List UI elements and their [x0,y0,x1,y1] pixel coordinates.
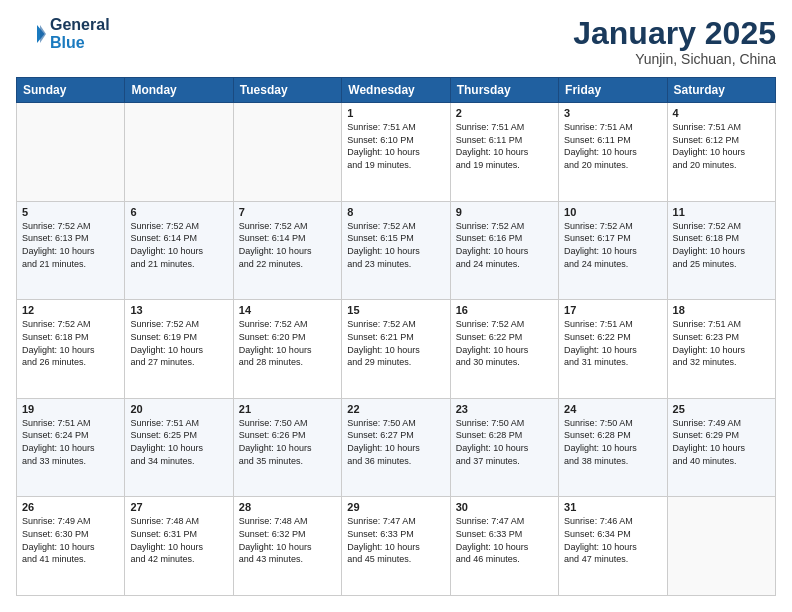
day-info: Sunrise: 7:52 AMSunset: 6:18 PMDaylight:… [673,220,770,270]
day-number: 24 [564,403,661,415]
day-info: Sunrise: 7:47 AMSunset: 6:33 PMDaylight:… [347,515,444,565]
day-info: Sunrise: 7:51 AMSunset: 6:23 PMDaylight:… [673,318,770,368]
day-number: 7 [239,206,336,218]
day-info: Sunrise: 7:51 AMSunset: 6:22 PMDaylight:… [564,318,661,368]
svg-marker-1 [40,25,46,43]
day-number: 19 [22,403,119,415]
calendar-cell: 12Sunrise: 7:52 AMSunset: 6:18 PMDayligh… [17,300,125,399]
calendar-cell: 28Sunrise: 7:48 AMSunset: 6:32 PMDayligh… [233,497,341,596]
calendar-cell: 9Sunrise: 7:52 AMSunset: 6:16 PMDaylight… [450,201,558,300]
calendar-cell: 24Sunrise: 7:50 AMSunset: 6:28 PMDayligh… [559,398,667,497]
day-number: 11 [673,206,770,218]
calendar-cell: 19Sunrise: 7:51 AMSunset: 6:24 PMDayligh… [17,398,125,497]
day-number: 29 [347,501,444,513]
calendar-cell: 1Sunrise: 7:51 AMSunset: 6:10 PMDaylight… [342,103,450,202]
header: General Blue January 2025 Yunjin, Sichua… [16,16,776,67]
day-info: Sunrise: 7:52 AMSunset: 6:14 PMDaylight:… [130,220,227,270]
day-number: 2 [456,107,553,119]
weekday-friday: Friday [559,78,667,103]
day-number: 18 [673,304,770,316]
calendar-cell: 18Sunrise: 7:51 AMSunset: 6:23 PMDayligh… [667,300,775,399]
calendar-cell: 30Sunrise: 7:47 AMSunset: 6:33 PMDayligh… [450,497,558,596]
day-info: Sunrise: 7:51 AMSunset: 6:25 PMDaylight:… [130,417,227,467]
day-info: Sunrise: 7:51 AMSunset: 6:11 PMDaylight:… [456,121,553,171]
calendar-cell [233,103,341,202]
calendar-cell: 2Sunrise: 7:51 AMSunset: 6:11 PMDaylight… [450,103,558,202]
day-info: Sunrise: 7:51 AMSunset: 6:12 PMDaylight:… [673,121,770,171]
day-info: Sunrise: 7:49 AMSunset: 6:29 PMDaylight:… [673,417,770,467]
day-number: 1 [347,107,444,119]
calendar-cell: 5Sunrise: 7:52 AMSunset: 6:13 PMDaylight… [17,201,125,300]
day-number: 20 [130,403,227,415]
calendar-cell: 13Sunrise: 7:52 AMSunset: 6:19 PMDayligh… [125,300,233,399]
day-info: Sunrise: 7:47 AMSunset: 6:33 PMDaylight:… [456,515,553,565]
location: Yunjin, Sichuan, China [573,51,776,67]
day-number: 16 [456,304,553,316]
calendar-cell: 7Sunrise: 7:52 AMSunset: 6:14 PMDaylight… [233,201,341,300]
day-info: Sunrise: 7:52 AMSunset: 6:17 PMDaylight:… [564,220,661,270]
day-info: Sunrise: 7:52 AMSunset: 6:20 PMDaylight:… [239,318,336,368]
calendar-cell: 26Sunrise: 7:49 AMSunset: 6:30 PMDayligh… [17,497,125,596]
calendar-cell: 8Sunrise: 7:52 AMSunset: 6:15 PMDaylight… [342,201,450,300]
logo-text: General Blue [50,16,110,51]
calendar-cell: 22Sunrise: 7:50 AMSunset: 6:27 PMDayligh… [342,398,450,497]
day-info: Sunrise: 7:52 AMSunset: 6:22 PMDaylight:… [456,318,553,368]
weekday-wednesday: Wednesday [342,78,450,103]
calendar-cell: 23Sunrise: 7:50 AMSunset: 6:28 PMDayligh… [450,398,558,497]
calendar-cell: 6Sunrise: 7:52 AMSunset: 6:14 PMDaylight… [125,201,233,300]
day-info: Sunrise: 7:52 AMSunset: 6:16 PMDaylight:… [456,220,553,270]
day-number: 26 [22,501,119,513]
calendar-cell: 25Sunrise: 7:49 AMSunset: 6:29 PMDayligh… [667,398,775,497]
day-number: 13 [130,304,227,316]
day-number: 14 [239,304,336,316]
day-info: Sunrise: 7:46 AMSunset: 6:34 PMDaylight:… [564,515,661,565]
logo-icon [16,19,46,49]
calendar-cell: 17Sunrise: 7:51 AMSunset: 6:22 PMDayligh… [559,300,667,399]
calendar-cell: 3Sunrise: 7:51 AMSunset: 6:11 PMDaylight… [559,103,667,202]
calendar-cell: 10Sunrise: 7:52 AMSunset: 6:17 PMDayligh… [559,201,667,300]
day-info: Sunrise: 7:52 AMSunset: 6:21 PMDaylight:… [347,318,444,368]
day-number: 12 [22,304,119,316]
calendar-cell: 11Sunrise: 7:52 AMSunset: 6:18 PMDayligh… [667,201,775,300]
day-info: Sunrise: 7:52 AMSunset: 6:13 PMDaylight:… [22,220,119,270]
day-number: 3 [564,107,661,119]
day-info: Sunrise: 7:50 AMSunset: 6:28 PMDaylight:… [456,417,553,467]
weekday-sunday: Sunday [17,78,125,103]
week-row-1: 1Sunrise: 7:51 AMSunset: 6:10 PMDaylight… [17,103,776,202]
weekday-header-row: SundayMondayTuesdayWednesdayThursdayFrid… [17,78,776,103]
calendar-cell: 4Sunrise: 7:51 AMSunset: 6:12 PMDaylight… [667,103,775,202]
calendar-cell: 15Sunrise: 7:52 AMSunset: 6:21 PMDayligh… [342,300,450,399]
calendar-table: SundayMondayTuesdayWednesdayThursdayFrid… [16,77,776,596]
day-info: Sunrise: 7:51 AMSunset: 6:11 PMDaylight:… [564,121,661,171]
weekday-saturday: Saturday [667,78,775,103]
calendar-cell: 27Sunrise: 7:48 AMSunset: 6:31 PMDayligh… [125,497,233,596]
day-number: 4 [673,107,770,119]
title-block: January 2025 Yunjin, Sichuan, China [573,16,776,67]
day-number: 6 [130,206,227,218]
day-info: Sunrise: 7:50 AMSunset: 6:26 PMDaylight:… [239,417,336,467]
day-info: Sunrise: 7:48 AMSunset: 6:32 PMDaylight:… [239,515,336,565]
day-info: Sunrise: 7:51 AMSunset: 6:24 PMDaylight:… [22,417,119,467]
calendar-cell: 14Sunrise: 7:52 AMSunset: 6:20 PMDayligh… [233,300,341,399]
calendar-cell: 21Sunrise: 7:50 AMSunset: 6:26 PMDayligh… [233,398,341,497]
day-info: Sunrise: 7:50 AMSunset: 6:27 PMDaylight:… [347,417,444,467]
day-info: Sunrise: 7:51 AMSunset: 6:10 PMDaylight:… [347,121,444,171]
day-number: 21 [239,403,336,415]
day-number: 23 [456,403,553,415]
page: General Blue January 2025 Yunjin, Sichua… [0,0,792,612]
day-number: 28 [239,501,336,513]
day-info: Sunrise: 7:50 AMSunset: 6:28 PMDaylight:… [564,417,661,467]
calendar-cell: 16Sunrise: 7:52 AMSunset: 6:22 PMDayligh… [450,300,558,399]
calendar-cell [667,497,775,596]
month-title: January 2025 [573,16,776,51]
day-info: Sunrise: 7:52 AMSunset: 6:15 PMDaylight:… [347,220,444,270]
day-number: 10 [564,206,661,218]
weekday-thursday: Thursday [450,78,558,103]
calendar-cell [125,103,233,202]
day-number: 27 [130,501,227,513]
weekday-tuesday: Tuesday [233,78,341,103]
day-info: Sunrise: 7:52 AMSunset: 6:19 PMDaylight:… [130,318,227,368]
day-number: 9 [456,206,553,218]
week-row-5: 26Sunrise: 7:49 AMSunset: 6:30 PMDayligh… [17,497,776,596]
day-number: 25 [673,403,770,415]
